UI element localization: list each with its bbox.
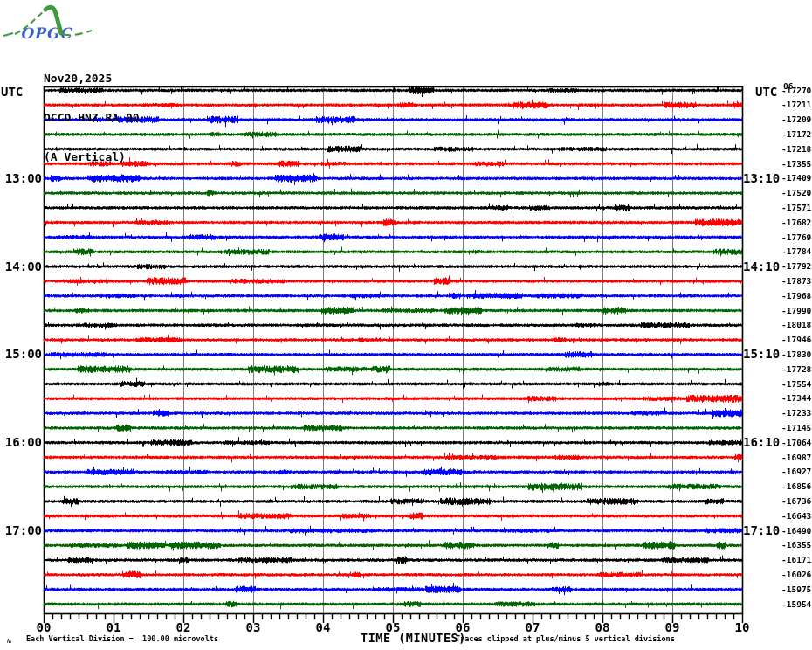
trace-offset-value: -17990	[781, 306, 811, 315]
svg-text:OPGC: OPGC	[20, 24, 73, 42]
left-time-label: 17:00	[0, 523, 42, 537]
trace-offset-value: -17211	[781, 100, 811, 109]
trace-offset-value: -17172	[781, 129, 811, 139]
trace-offset-value: -17873	[781, 276, 811, 286]
trace-offset-value: -16927	[781, 467, 811, 476]
trace-offset-value: -16987	[781, 453, 811, 462]
opgc-logo: OPGC	[2, 2, 105, 45]
trace-offset-value: -16026	[781, 570, 811, 579]
clip-note: Traces clipped at plus/minus 5 vertical …	[456, 634, 675, 643]
trace-offset-value: -16643	[781, 511, 811, 521]
station-label: OCCD HNZ RA 00	[44, 111, 140, 124]
trace-offset-value: -15954	[781, 599, 811, 609]
trace-offset-value: -17968	[781, 291, 811, 301]
x-axis-title: TIME (MINUTES)	[361, 631, 466, 645]
trace-offset-value: -16171	[781, 555, 811, 564]
utc-axis-title-left: UTC	[1, 85, 23, 99]
left-time-label: 13:00	[0, 171, 42, 185]
date-label: Nov20,2025	[44, 72, 140, 85]
trace-offset-value: -17682	[781, 218, 811, 227]
trace-offset-value: -16355	[781, 540, 811, 550]
trace-offset-value: -16736	[781, 496, 811, 506]
x-tick-label: 04	[306, 620, 341, 634]
trace-offset-value: -18018	[781, 320, 811, 329]
trace-offset-value: -17792	[781, 261, 811, 271]
trace-offset-value: -17064	[781, 438, 811, 447]
trace-offset-value: -17270	[781, 86, 811, 95]
plot-header: Nov20,2025 OCCD HNZ RA 00 (A Vertical)	[44, 45, 140, 190]
trace-offset-value: -17409	[781, 173, 811, 183]
vertical-division-note: Each Vertical Division = 100.00 microvol…	[26, 634, 218, 643]
x-tick-label: 09	[655, 620, 690, 634]
trace-offset-value: -17209	[781, 114, 811, 124]
trace-offset-value: -17571	[781, 203, 811, 212]
x-tick-label: 00	[26, 620, 61, 634]
trace-offset-value: -17554	[781, 379, 811, 389]
x-tick-label: 01	[96, 620, 131, 634]
trace-offset-value: -17344	[781, 393, 811, 403]
trace-offset-value: -17218	[781, 144, 811, 154]
trace-offset-value: -17355	[781, 159, 811, 169]
x-tick-label: 08	[585, 620, 620, 634]
x-tick-label: 03	[236, 620, 271, 634]
micro-glyph-artifact: ʍ	[7, 637, 11, 645]
right-time-label: 13:10	[743, 171, 780, 185]
utc-axis-title-right: UTC	[755, 85, 777, 99]
x-tick-label: 07	[515, 620, 550, 634]
trace-offset-value: -17769	[781, 232, 811, 242]
trace-offset-value: -17520	[781, 188, 811, 197]
trace-offset-value: -17145	[781, 423, 811, 432]
trace-offset-value: -17233	[781, 408, 811, 418]
left-time-label: 16:00	[0, 435, 42, 449]
trace-offset-value: -16490	[781, 526, 811, 536]
trace-offset-value: -17784	[781, 246, 811, 256]
x-tick-label: 02	[166, 620, 201, 634]
x-tick-label: 10	[725, 620, 760, 634]
component-label: (A Vertical)	[44, 150, 140, 163]
trace-offset-value: -17946	[781, 335, 811, 344]
trace-offset-value: -17728	[781, 364, 811, 374]
left-time-label: 14:00	[0, 259, 42, 273]
right-time-label: 17:10	[743, 523, 780, 537]
right-time-label: 16:10	[743, 435, 780, 449]
trace-offset-value: -16856	[781, 481, 811, 491]
trace-offset-value: -17830	[781, 349, 811, 359]
trace-offset-value: -15975	[781, 584, 811, 594]
helicorder-page: OPGC Nov20,2025 OCCD HNZ RA 00 (A Vertic…	[0, 0, 812, 650]
right-time-label: 14:10	[743, 259, 780, 273]
right-time-label: 15:10	[743, 347, 780, 361]
left-time-label: 15:00	[0, 347, 42, 361]
